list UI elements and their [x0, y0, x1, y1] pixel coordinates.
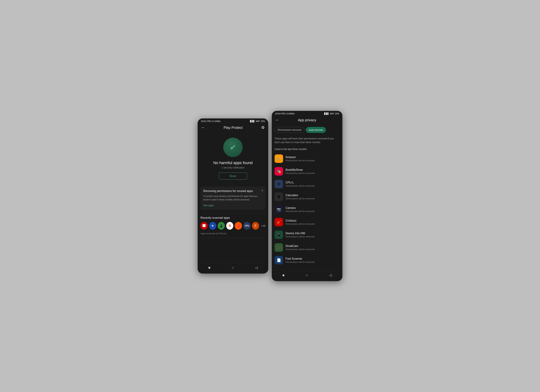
wifi-icon: WiFi	[256, 120, 260, 122]
app-privacy-header: ← App privacy	[272, 116, 342, 125]
permissions-card: × Removing permissions for unused apps T…	[200, 187, 265, 210]
recent-app-icon-7: C	[252, 222, 259, 230]
nav-back-right[interactable]: ◁	[326, 272, 335, 278]
section-label: Used in the last three months	[272, 147, 342, 152]
app-privacy-content: These apps will have their permissions r…	[272, 135, 342, 270]
nav-circle-right[interactable]: ○	[303, 273, 310, 278]
status-time-left: 10:51 PM | 0.1KB/s	[201, 120, 220, 122]
battery-left: 32%	[261, 120, 265, 122]
app-list-item[interactable]: 🏏 Cricbuzz Permissions will be removed	[272, 216, 342, 228]
nav-bar-left: ■ ○ ◁	[198, 262, 268, 274]
app-info-8: Fast Scanner Permissions will be removed	[285, 257, 340, 263]
app-icons-row: 🅿 ✈ 📱 G 🔴 CPU C +48	[200, 222, 265, 230]
app-info-7: DroidCam Permissions will be removed	[285, 245, 340, 251]
play-protect-title: Play Protect	[224, 126, 243, 130]
app-sub-0: Permissions will be removed	[285, 159, 340, 162]
app-name-8: Fast Scanner	[285, 257, 340, 260]
app-info-6: Device Info HW Permissions will be remov…	[285, 232, 340, 238]
app-sub-6: Permissions will be removed	[285, 235, 340, 238]
recent-app-icon-2: ✈	[209, 222, 216, 230]
app-info-0: Amazon Permissions will be removed	[285, 156, 340, 162]
recent-app-icon-5: 🔴	[235, 222, 242, 230]
status-icons-left: ▋▋▋ WiFi 32%	[250, 120, 265, 122]
recently-title: Recently scanned apps	[200, 216, 265, 220]
app-sub-3: Permissions will be removed	[285, 197, 340, 200]
app-list-item[interactable]: 📷 Camera Permissions will be removed	[272, 203, 342, 216]
app-list-item[interactable]: 🎥 DroidCam Permissions will be removed	[272, 241, 342, 254]
settings-button[interactable]: ⚙	[260, 125, 265, 131]
wifi-icon-right: WiFi	[330, 113, 334, 115]
recent-app-icon-1: 🅿	[200, 222, 208, 230]
app-sub-1: Permissions will be removed	[285, 172, 340, 175]
app-icon-0: 🛒	[275, 154, 283, 163]
app-sub-8: Permissions will be removed	[285, 261, 340, 263]
battery-right: 32%	[335, 113, 339, 115]
app-list-item[interactable]: 📄 Fast Scanner Permissions will be remov…	[272, 254, 342, 266]
signal-icon-right: ▋▋▋	[324, 113, 329, 115]
app-list-item[interactable]: 🖩 Calculator Permissions will be removed	[272, 190, 342, 203]
nav-circle-left[interactable]: ○	[229, 265, 236, 270]
recent-app-icon-4: G	[226, 222, 234, 230]
tab-auto-remove[interactable]: Auto-remove	[306, 127, 326, 133]
permissions-card-body: To protect your privacy, permissions for…	[203, 194, 263, 201]
shield-circle: ✔	[223, 138, 243, 157]
app-name-1: BookMyShow	[285, 168, 340, 172]
app-list-item[interactable]: ⚙ CPU-L Permissions will be removed	[272, 178, 342, 190]
permissions-card-title: Removing permissions for unused apps	[203, 190, 263, 193]
status-icons-right: ▋▋▋ WiFi 32%	[324, 113, 339, 115]
status-bar-right: 10:54 PM | 0.0KB/s ▋▋▋ WiFi 32%	[272, 111, 342, 116]
app-name-2: CPU-L	[285, 181, 340, 184]
app-name-0: Amazon	[285, 156, 340, 159]
app-icon-7: 🎥	[275, 243, 283, 252]
status-bar-left: 10:51 PM | 0.1KB/s ▋▋▋ WiFi 32%	[198, 118, 268, 123]
app-name-4: Camera	[285, 206, 340, 210]
app-icon-1: 🎭	[275, 167, 283, 176]
back-button-right[interactable]: ←	[275, 117, 280, 123]
scan-button[interactable]: Scan	[219, 172, 247, 180]
app-info-5: Cricbuzz Permissions will be removed	[285, 219, 340, 225]
shield-section: ✔ No harmful apps found 1 security notif…	[198, 132, 268, 183]
app-info-1: BookMyShow Permissions will be removed	[285, 168, 340, 175]
app-icon-5: 🏏	[275, 218, 283, 226]
play-protect-header: ← Play Protect ⚙	[198, 123, 268, 132]
app-privacy-title: App privacy	[298, 118, 316, 122]
app-name-3: Calculator	[285, 194, 340, 197]
see-apps-link[interactable]: See apps	[203, 204, 214, 207]
right-phone: 10:54 PM | 0.0KB/s ▋▋▋ WiFi 32% ← App pr…	[272, 111, 342, 281]
recent-app-icon-3: 📱	[218, 222, 225, 230]
app-list-item[interactable]: 📱 Device Info HW Permissions will be rem…	[272, 228, 342, 241]
app-name-5: Cricbuzz	[285, 219, 340, 222]
recently-scanned-section: Recently scanned apps 🅿 ✈ 📱 G 🔴 CPU C +4…	[198, 213, 268, 238]
nav-back-left[interactable]: ◁	[252, 265, 260, 270]
app-sub-2: Permissions will be removed	[285, 185, 340, 187]
more-apps-count: +48	[261, 224, 265, 227]
app-name-6: Device Info HW	[285, 232, 340, 235]
nav-square-right[interactable]: ■	[280, 273, 287, 278]
app-info-3: Calculator Permissions will be removed	[285, 194, 340, 200]
privacy-tabs: Permissions removed Auto-remove	[272, 125, 342, 135]
app-sub-4: Permissions will be removed	[285, 210, 340, 213]
app-list-item[interactable]: 🛒 Amazon Permissions will be removed	[272, 152, 342, 165]
nav-bar-right: ■ ○ ◁	[272, 270, 342, 281]
app-name-7: DroidCam	[285, 245, 340, 248]
app-icon-2: ⚙	[275, 180, 283, 188]
app-list-item[interactable]: 🎭 BookMyShow Permissions will be removed	[272, 165, 342, 178]
security-notification: 1 security notification	[221, 166, 245, 169]
status-time-right: 10:54 PM | 0.0KB/s	[275, 112, 295, 115]
privacy-description: These apps will have their permissions r…	[272, 135, 342, 147]
play-protect-content: ✔ No harmful apps found 1 security notif…	[198, 132, 268, 262]
tab-permissions-removed[interactable]: Permissions removed	[275, 127, 305, 133]
app-icon-8: 📄	[275, 256, 283, 265]
signal-icon: ▋▋▋	[250, 120, 255, 122]
app-sub-7: Permissions will be removed	[285, 248, 340, 251]
app-icon-3: 🖩	[275, 192, 283, 201]
scanned-time: Apps scanned at 5:53 pm	[200, 232, 265, 235]
back-button-left[interactable]: ←	[200, 125, 206, 131]
app-info-2: CPU-L Permissions will be removed	[285, 181, 340, 187]
app-info-4: Camera Permissions will be removed	[285, 206, 340, 213]
close-card-button[interactable]: ×	[261, 189, 263, 192]
shield-checkmark-icon: ✔	[230, 142, 236, 152]
nav-square-left[interactable]: ■	[205, 265, 213, 270]
left-phone: 10:51 PM | 0.1KB/s ▋▋▋ WiFi 32% ← Play P…	[198, 118, 268, 274]
no-harmful-text: No harmful apps found	[213, 161, 253, 165]
